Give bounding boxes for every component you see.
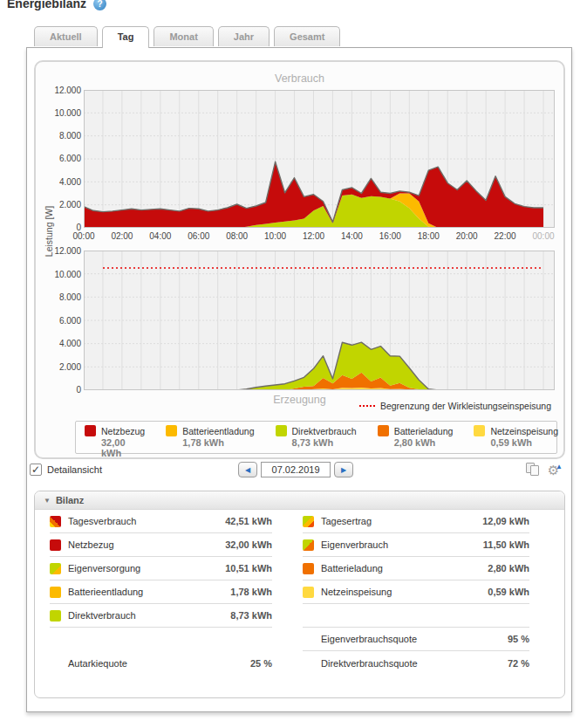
y-tick-label: 8.000 (59, 131, 81, 141)
y-tick-label: 8.000 (59, 292, 81, 302)
legend-value: 8,73 kWh (292, 437, 357, 448)
x-tick-label: 14:00 (334, 231, 369, 241)
info-icon[interactable]: ? (93, 0, 106, 10)
bilanz-row: Eigenverbrauch11,50 kWh (303, 533, 529, 557)
bilanz-row: Batterieentladung1,78 kWh (50, 580, 272, 604)
bilanz-swatch-icon (303, 587, 314, 598)
bilanz-row: Netzbezug32,00 kWh (50, 533, 272, 557)
legend-item: Netzeinspeisung0,59 kWh (474, 425, 558, 450)
tab-content-panel: Verbrauch Leistung [W] 12.00010.0008.000… (26, 47, 572, 712)
bilanz-row-label: Direktverbrauchsquote (303, 658, 418, 669)
limit-line-label: Begrenzung der Wirkleistungseinspeisung (380, 401, 551, 411)
bilanz-row-value: 0,59 kWh (488, 587, 529, 597)
legend-item: Batterieentladung1,78 kWh (166, 425, 254, 450)
bilanz-row-value: 10,51 kWh (225, 563, 272, 573)
bilanz-swatch-icon (50, 610, 61, 622)
y-tick-label: 6.000 (59, 316, 81, 326)
bilanz-row-value: 25 % (250, 658, 272, 669)
x-tick-label: 00:00 (526, 231, 561, 241)
bilanz-swatch-icon (50, 516, 61, 527)
tab-bar: Aktuell Tag Monat Jahr Gesamt (34, 26, 340, 46)
y-tick-label: 10.000 (54, 108, 81, 118)
bilanz-swatch-icon (50, 563, 61, 574)
bilanz-row-value: 1,78 kWh (230, 587, 272, 597)
tab-gesamt[interactable]: Gesamt (274, 26, 340, 46)
verbrauch-chart[interactable] (84, 90, 555, 228)
bilanz-swatch-icon (303, 563, 314, 574)
detail-checkbox[interactable]: ✓ (30, 464, 42, 476)
tab-tag[interactable]: Tag (102, 26, 150, 48)
bilanz-swatch-icon (50, 539, 61, 551)
bilanz-left-column: Tagesverbrauch42,51 kWhNetzbezug32,00 kW… (50, 510, 272, 675)
detail-checkbox-label: Detailansicht (47, 464, 102, 475)
x-tick-label: 02:00 (105, 231, 140, 241)
legend-item: Direktverbrauch8,73 kWh (276, 425, 357, 450)
tab-aktuell[interactable]: Aktuell (34, 26, 98, 46)
limit-line-legend: Begrenzung der Wirkleistungseinspeisung (359, 401, 551, 411)
y-tick-label: 12.000 (54, 86, 81, 95)
x-tick-label: 22:00 (488, 231, 522, 241)
bilanz-row: Eigenversorgung10,51 kWh (50, 557, 272, 580)
erzeugung-chart[interactable] (84, 251, 555, 390)
legend-value: 32,00 kWh (101, 437, 145, 458)
next-day-button[interactable]: ▶ (334, 462, 353, 477)
bilanz-row-label: Batterieladung (321, 563, 383, 573)
y-tick-label: 4.000 (59, 339, 81, 348)
x-tick-label: 08:00 (220, 231, 255, 241)
y-tick-label: 2.000 (59, 362, 81, 372)
date-navigation: ◀ ▶ (238, 462, 353, 477)
bilanz-title: Bilanz (56, 495, 84, 505)
bilanz-row-value: 42,51 kWh (225, 516, 272, 526)
y-tick-label: 10.000 (54, 270, 81, 279)
bilanz-quote-row: Autarkiequote25 % (50, 651, 272, 675)
legend-swatch-icon (474, 425, 485, 436)
bilanz-swatch-icon (303, 539, 314, 551)
bilanz-row-label: Batterieentladung (68, 587, 143, 597)
x-tick-label: 00:00 (66, 231, 101, 241)
bilanz-row-value: 72 % (508, 658, 529, 669)
settings-gear-icon[interactable]: ⚙ ▲ (546, 463, 561, 477)
bilanz-row-label: Tagesverbrauch (68, 516, 136, 526)
bilanz-row-label: Autarkiequote (50, 658, 127, 669)
chart-tool-icons: ⚙ ▲ (526, 463, 561, 477)
bilanz-row-label: Netzeinspeisung (321, 587, 392, 597)
bilanz-spacer-row (303, 604, 529, 628)
prev-day-button[interactable]: ◀ (238, 462, 257, 477)
bilanz-row-label: Eigenversorgung (68, 563, 140, 573)
bilanz-spacer-row (50, 628, 272, 651)
chart-panel: Verbrauch Leistung [W] 12.00010.0008.000… (34, 60, 565, 459)
tab-monat[interactable]: Monat (154, 26, 213, 46)
x-tick-label: 18:00 (411, 231, 446, 241)
bilanz-row: Batterieladung2,80 kWh (303, 557, 529, 580)
legend-value: 1,78 kWh (182, 437, 254, 448)
tab-jahr[interactable]: Jahr (218, 26, 270, 46)
x-tick-label: 16:00 (372, 231, 407, 241)
bilanz-row-value: 95 % (508, 634, 529, 644)
date-input[interactable] (261, 462, 331, 477)
legend-swatch-icon (378, 425, 389, 436)
legend-value: 2,80 kWh (394, 437, 454, 448)
bilanz-row-label: Tagesertrag (321, 516, 372, 526)
export-diagram-icon[interactable] (526, 463, 540, 477)
legend-label: Netzbezug (101, 426, 145, 436)
bilanz-row-label: Eigenverbrauchsquote (303, 634, 417, 644)
x-tick-label: 04:00 (143, 231, 178, 241)
bilanz-row-value: 11,50 kWh (483, 539, 529, 550)
page-title: Energiebilanz (7, 0, 86, 10)
collapse-caret-icon: ▼ (44, 497, 51, 505)
export-sheet-front-icon (530, 465, 539, 476)
legend-swatch-icon (166, 425, 177, 436)
bilanz-row: Netzeinspeisung0,59 kWh (303, 580, 529, 604)
limit-line-sample (359, 405, 375, 407)
legend-label: Direktverbrauch (292, 426, 357, 436)
bilanz-row-value: 32,00 kWh (225, 539, 272, 550)
bilanz-row: Direktverbrauch8,73 kWh (50, 604, 272, 628)
y-tick-label: 2.000 (59, 200, 81, 209)
x-tick-label: 12:00 (297, 231, 331, 241)
verbrauch-y-axis: 12.00010.0008.0006.0004.0002.0000 (38, 86, 81, 232)
bilanz-header[interactable]: ▼ Bilanz (35, 491, 564, 510)
verbrauch-chart-title: Verbrauch (36, 72, 563, 85)
bilanz-row: Tagesertrag12,09 kWh (303, 510, 529, 533)
y-tick-label: 6.000 (59, 154, 81, 163)
legend-value: 0,59 kWh (490, 437, 558, 448)
